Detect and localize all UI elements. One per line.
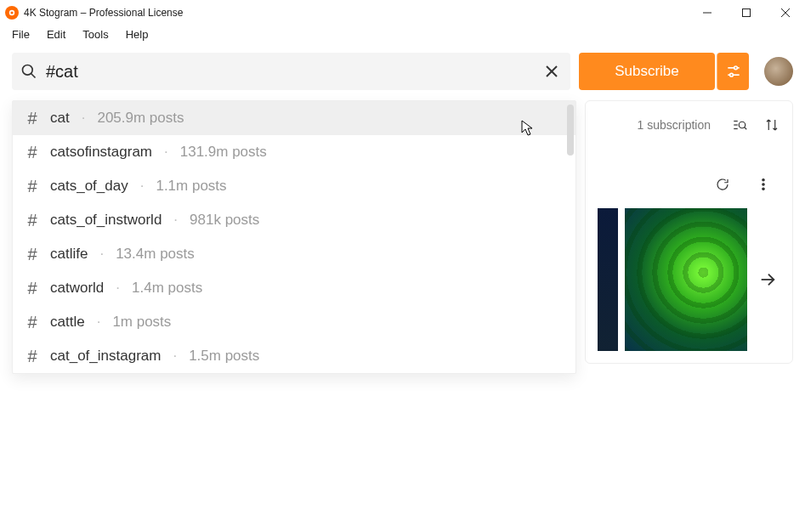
suggestion-tag: cat_of_instagram	[50, 348, 161, 365]
refresh-icon[interactable]	[714, 176, 731, 193]
suggestion-item[interactable]: #cattle·1m posts	[13, 305, 575, 339]
hashtag-icon: #	[25, 313, 40, 332]
thumbnail[interactable]	[625, 208, 747, 351]
hashtag-icon: #	[25, 177, 40, 196]
suggestions-dropdown: #cat·205.9m posts#catsofinstagram·131.9m…	[12, 100, 576, 374]
hashtag-icon: #	[25, 109, 40, 128]
hashtag-icon: #	[25, 347, 40, 366]
hashtag-icon: #	[25, 279, 40, 298]
subscriptions-panel: 1 subscription	[585, 100, 793, 364]
search-icon	[20, 63, 37, 80]
svg-point-19	[762, 179, 764, 181]
suggestion-tag: cattle	[50, 314, 85, 331]
maximize-button[interactable]	[727, 0, 766, 25]
suggestion-tag: catlife	[50, 246, 88, 263]
suggestion-meta: 1m posts	[112, 314, 171, 331]
suggestion-item[interactable]: #cat_of_instagram·1.5m posts	[13, 339, 575, 373]
app-icon	[5, 6, 19, 20]
suggestions-scrollbar[interactable]	[567, 105, 574, 156]
suggestion-meta: 205.9m posts	[97, 110, 184, 127]
svg-point-13	[729, 73, 733, 76]
hashtag-icon: #	[25, 143, 40, 162]
suggestion-meta: 13.4m posts	[116, 246, 195, 263]
svg-point-20	[762, 184, 764, 185]
toolbar: Subscribe	[0, 46, 805, 100]
clear-search-button[interactable]	[541, 61, 562, 82]
content-area: 1 subscription	[0, 100, 805, 364]
svg-point-11	[734, 66, 737, 70]
hashtag-icon: #	[25, 245, 40, 264]
sort-icon[interactable]	[763, 116, 780, 133]
subscription-count: 1 subscription	[638, 118, 711, 132]
thumbnail[interactable]	[598, 208, 618, 351]
suggestion-tag: catsofinstagram	[50, 144, 152, 161]
filter-search-icon[interactable]	[731, 116, 748, 133]
suggestion-tag: cat	[50, 110, 70, 127]
suggestion-meta: 981k posts	[190, 212, 259, 229]
menu-edit[interactable]: Edit	[38, 26, 74, 42]
more-icon[interactable]	[755, 176, 772, 193]
next-arrow-button[interactable]	[754, 270, 780, 289]
suggestion-item[interactable]: #cats_of_instworld·981k posts	[13, 203, 575, 237]
suggestion-meta: 1.1m posts	[156, 178, 226, 195]
menu-tools[interactable]: Tools	[74, 26, 116, 42]
hashtag-icon: #	[25, 211, 40, 230]
suggestion-tag: cats_of_day	[50, 178, 128, 195]
menu-bar: File Edit Tools Help	[0, 25, 805, 46]
user-avatar[interactable]	[764, 57, 793, 86]
window-title: 4K Stogram – Professional License	[24, 7, 183, 19]
suggestion-meta: 131.9m posts	[180, 144, 267, 161]
menu-help[interactable]: Help	[117, 26, 157, 42]
suggestion-item[interactable]: #cats_of_day·1.1m posts	[13, 169, 575, 203]
suggestion-item[interactable]: #catlife·13.4m posts	[13, 237, 575, 271]
svg-point-21	[762, 188, 764, 190]
svg-line-18	[745, 127, 747, 130]
svg-rect-3	[743, 9, 751, 17]
search-input[interactable]	[46, 62, 541, 82]
svg-point-1	[10, 11, 13, 14]
search-box[interactable]	[12, 53, 570, 90]
suggestion-item[interactable]: #cat·205.9m posts	[13, 101, 575, 135]
svg-line-7	[31, 74, 36, 78]
subscribe-button[interactable]: Subscribe	[579, 53, 715, 90]
minimize-button[interactable]	[688, 0, 727, 25]
menu-file[interactable]: File	[3, 26, 38, 42]
close-button[interactable]	[766, 0, 805, 25]
subscribe-settings-button[interactable]	[717, 53, 749, 90]
window-controls	[688, 0, 805, 25]
suggestion-meta: 1.5m posts	[189, 348, 259, 365]
svg-point-6	[23, 65, 33, 76]
thumbnail-row	[598, 208, 780, 351]
suggestion-tag: cats_of_instworld	[50, 212, 162, 229]
title-bar: 4K Stogram – Professional License	[0, 0, 805, 25]
suggestion-item[interactable]: #catsofinstagram·131.9m posts	[13, 135, 575, 169]
suggestion-item[interactable]: #catworld·1.4m posts	[13, 271, 575, 305]
suggestion-meta: 1.4m posts	[132, 280, 202, 297]
suggestion-tag: catworld	[50, 280, 104, 297]
